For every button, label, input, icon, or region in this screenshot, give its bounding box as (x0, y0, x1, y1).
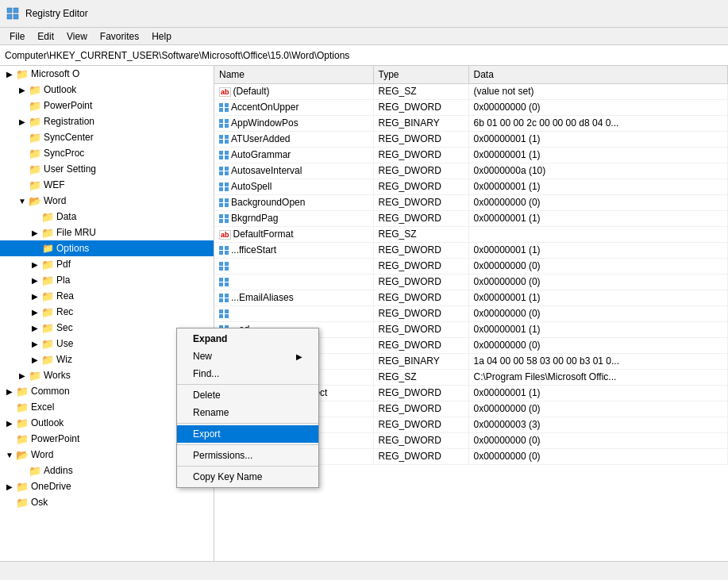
ctx-export[interactable]: Export (177, 425, 318, 443)
table-row[interactable]: ATUserAddedREG_DWORD0x00000001 (1) (214, 131, 728, 147)
ctx-separator-2 (177, 423, 318, 424)
cell-name: ...EmailAliases (214, 290, 373, 305)
tree-item[interactable]: ▶ 📁 Registration (0, 113, 214, 129)
table-row[interactable]: abDefaultFormatREG_SZ (214, 226, 728, 242)
ctx-export-label: Export (193, 428, 221, 440)
tree-label: Word (31, 449, 53, 460)
tree-item[interactable]: 📁 User Setting (0, 161, 214, 177)
tree-item[interactable]: ▶ 📁 Outlook (0, 82, 214, 98)
table-row[interactable]: BkgrndPagREG_DWORD0x00000001 (1) (214, 210, 728, 226)
tree-item-word[interactable]: ▼ 📂 Word (0, 193, 214, 209)
cell-data: 0x00000000 (0) (468, 258, 728, 274)
ctx-new-label: New (193, 351, 212, 362)
cell-data: 0x00000000 (0) (468, 305, 728, 321)
tree-label: File MRU (56, 227, 96, 238)
tree-item-options[interactable]: 📁 Options (0, 240, 214, 256)
cell-name: ...fficeStart (214, 242, 373, 258)
cell-type: REG_DWORD (373, 194, 468, 210)
expand-arrow: ▶ (29, 229, 41, 237)
tree-item[interactable]: 📁 Data (0, 209, 214, 225)
folder-icon: 📂 (29, 194, 41, 207)
cell-data: 0x00000001 (1) (468, 321, 728, 337)
ctx-new[interactable]: New ▶ (177, 348, 318, 365)
tree-item[interactable]: ▶ 📁 File MRU (0, 225, 214, 240)
tree-item[interactable]: ▶ 📁 Microsoft O (0, 66, 214, 82)
tree-label: SyncProc (44, 148, 84, 159)
folder-icon: 📁 (41, 274, 54, 286)
cell-data: (value not set) (468, 83, 728, 99)
expand-arrow: ▼ (16, 197, 29, 205)
cell-data: 0x00000000 (0) (468, 194, 728, 210)
tree-item[interactable]: ▶ 📁 Rec (0, 304, 214, 320)
table-row[interactable]: REG_DWORD0x00000000 (0) (214, 258, 728, 274)
tree-item[interactable]: ▶ 📁 Pla (0, 272, 214, 288)
tree-label: PowerPoint (31, 433, 79, 444)
cell-type: REG_SZ (373, 369, 468, 385)
cell-type: REG_DWORD (373, 179, 468, 194)
cell-name: AutoSpell (214, 179, 373, 194)
tree-item[interactable]: 📁 Osk (0, 494, 214, 510)
cell-name: ab(Default) (214, 83, 373, 99)
cell-type: REG_DWORD (373, 432, 468, 448)
table-row[interactable]: ab(Default)REG_SZ(value not set) (214, 83, 728, 99)
tree-item[interactable]: 📁 PowerPoint (0, 98, 214, 113)
folder-icon: 📁 (16, 401, 29, 413)
menu-edit[interactable]: Edit (31, 29, 60, 44)
ctx-permissions[interactable]: Permissions... (177, 447, 318, 464)
folder-icon: 📁 (16, 496, 29, 509)
col-type: Type (373, 66, 468, 83)
menu-help[interactable]: Help (145, 29, 178, 44)
menu-view[interactable]: View (60, 29, 94, 44)
ctx-expand[interactable]: Expand (177, 330, 318, 348)
table-row[interactable]: ...EmailAliasesREG_DWORD0x00000001 (1) (214, 290, 728, 305)
ctx-copy-key-name-label: Copy Key Name (193, 471, 262, 482)
ctx-separator-3 (177, 444, 318, 445)
tree-item[interactable]: 📁 SyncCenter (0, 129, 214, 145)
ctx-delete-label: Delete (193, 390, 221, 401)
context-menu: Expand New ▶ Find... Delete Rename Expor… (176, 328, 319, 488)
cell-data: 0x00000001 (1) (468, 131, 728, 147)
ctx-rename[interactable]: Rename (177, 404, 318, 421)
expand-arrow: ▶ (29, 324, 41, 332)
cell-name: ATUserAdded (214, 131, 373, 147)
expand-arrow: ▶ (16, 117, 29, 126)
menu-bar: File Edit View Favorites Help (0, 28, 728, 45)
ctx-copy-key-name[interactable]: Copy Key Name (177, 468, 318, 486)
table-row[interactable]: BackgroundOpenREG_DWORD0x00000000 (0) (214, 194, 728, 210)
cell-data: 0x00000001 (1) (468, 242, 728, 258)
tree-item[interactable]: ▶ 📁 Rea (0, 288, 214, 304)
expand-arrow: ▶ (3, 419, 16, 428)
table-row[interactable]: REG_DWORD0x00000000 (0) (214, 305, 728, 321)
table-row[interactable]: AutosaveIntervalREG_DWORD0x0000000a (10) (214, 163, 728, 179)
table-row[interactable]: AppWindowPosREG_BINARY6b 01 00 00 2c 00 … (214, 115, 728, 131)
table-row[interactable]: ...fficeStartREG_DWORD0x00000001 (1) (214, 242, 728, 258)
ctx-expand-label: Expand (193, 333, 227, 344)
tree-label: User Setting (44, 163, 96, 175)
menu-favorites[interactable]: Favorites (94, 29, 145, 44)
ctx-delete[interactable]: Delete (177, 386, 318, 404)
cell-type: REG_BINARY (373, 353, 468, 369)
folder-icon: 📁 (41, 242, 54, 255)
tree-item[interactable]: ▶ 📁 Pdf (0, 256, 214, 272)
table-row[interactable]: AutoSpellREG_DWORD0x00000001 (1) (214, 179, 728, 194)
cell-data: 1a 04 00 00 58 03 00 00 b3 01 0... (468, 353, 728, 369)
cell-type: REG_BINARY (373, 115, 468, 131)
folder-icon: 📁 (41, 305, 54, 318)
table-row[interactable]: AutoGrammarREG_DWORD0x00000001 (1) (214, 147, 728, 163)
folder-icon: 📁 (16, 480, 29, 493)
table-row[interactable]: AccentOnUpperREG_DWORD0x00000000 (0) (214, 99, 728, 115)
folder-icon: 📁 (41, 290, 54, 302)
tree-item[interactable]: 📁 SyncProc (0, 145, 214, 161)
expand-arrow: ▶ (16, 371, 29, 380)
expand-arrow: ▶ (29, 308, 41, 317)
cell-name: AutoGrammar (214, 147, 373, 163)
svg-rect-0 (7, 8, 12, 13)
address-path: Computer\HKEY_CURRENT_USER\Software\Micr… (5, 50, 349, 61)
cell-data: 0x00000001 (1) (468, 179, 728, 194)
cell-name (214, 305, 373, 321)
table-row[interactable]: REG_DWORD0x00000000 (0) (214, 274, 728, 290)
menu-file[interactable]: File (3, 29, 31, 44)
ctx-find[interactable]: Find... (177, 365, 318, 382)
tree-item[interactable]: 📁 WEF (0, 177, 214, 193)
cell-type: REG_DWORD (373, 163, 468, 179)
